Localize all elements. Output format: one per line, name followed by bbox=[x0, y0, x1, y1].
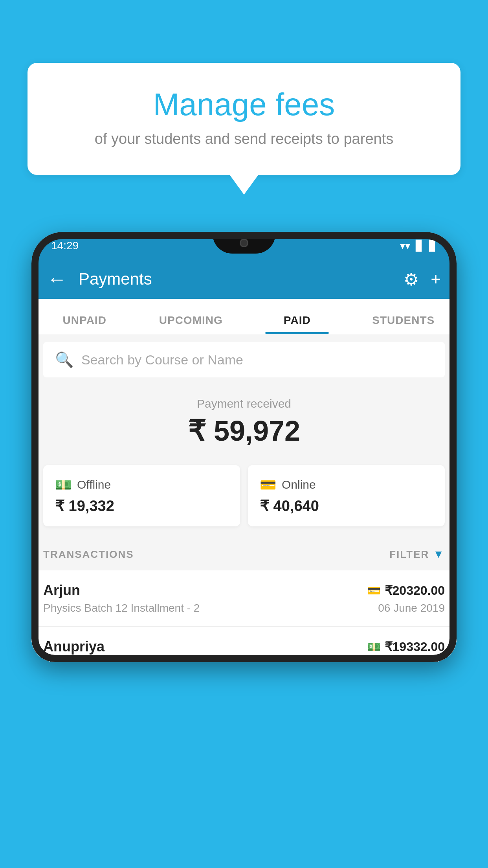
payment-cash-icon: 💵 bbox=[367, 640, 381, 653]
transaction-amount-2: 💵 ₹19332.00 bbox=[367, 639, 445, 654]
status-bar: 14:29 ▾▾ ▊ ▊ bbox=[31, 232, 457, 259]
search-placeholder: Search by Course or Name bbox=[81, 352, 243, 368]
student-name: Arjun bbox=[43, 582, 80, 599]
payment-cards: 💵 Offline ₹ 19,332 💳 Online ₹ 40,640 bbox=[31, 465, 457, 538]
phone-screen: 14:29 ▾▾ ▊ ▊ ← Payments ⚙ + bbox=[31, 232, 457, 662]
transaction-amount: 💳 ₹20320.00 bbox=[367, 583, 445, 598]
online-payment-card: 💳 Online ₹ 40,640 bbox=[248, 465, 445, 526]
filter-icon: ▼ bbox=[433, 548, 445, 561]
payment-card-icon: 💳 bbox=[367, 584, 381, 597]
online-icon: 💳 bbox=[260, 477, 276, 493]
search-icon: 🔍 bbox=[55, 351, 73, 368]
search-area: 🔍 Search by Course or Name bbox=[31, 334, 457, 385]
online-card-header: 💳 Online bbox=[260, 477, 433, 493]
amount-value-2: ₹19332.00 bbox=[385, 639, 445, 654]
online-amount: ₹ 40,640 bbox=[260, 497, 433, 515]
battery-icon: ▊ bbox=[429, 240, 437, 252]
signal-icon: ▊ bbox=[416, 240, 424, 252]
table-row[interactable]: Anupriya 💵 ₹19332.00 bbox=[31, 627, 457, 662]
payment-total-amount: ₹ 59,972 bbox=[43, 414, 445, 447]
transaction-bottom: Physics Batch 12 Installment - 2 06 June… bbox=[43, 602, 445, 614]
phone-container: 14:29 ▾▾ ▊ ▊ ← Payments ⚙ + bbox=[31, 232, 457, 868]
transactions-header: TRANSACTIONS FILTER ▼ bbox=[31, 538, 457, 570]
camera bbox=[240, 239, 248, 247]
filter-button[interactable]: FILTER ▼ bbox=[389, 548, 445, 561]
offline-label: Offline bbox=[77, 478, 111, 491]
tab-paid[interactable]: PAID bbox=[244, 314, 350, 334]
transactions-list: Arjun 💳 ₹20320.00 Physics Batch 12 Insta… bbox=[31, 570, 457, 662]
payment-received-label: Payment received bbox=[43, 397, 445, 410]
payment-summary: Payment received ₹ 59,972 bbox=[31, 385, 457, 465]
tab-upcoming[interactable]: UPCOMING bbox=[138, 314, 244, 334]
transactions-label: TRANSACTIONS bbox=[43, 548, 134, 561]
add-button[interactable]: + bbox=[431, 269, 441, 289]
phone-frame: 14:29 ▾▾ ▊ ▊ ← Payments ⚙ + bbox=[31, 232, 457, 662]
app-bar-actions: ⚙ + bbox=[404, 269, 441, 289]
wifi-icon: ▾▾ bbox=[400, 240, 410, 252]
status-icons: ▾▾ ▊ ▊ bbox=[400, 240, 437, 252]
tab-students[interactable]: STUDENTS bbox=[350, 314, 457, 334]
online-label: Online bbox=[282, 478, 316, 491]
app-bar: ← Payments ⚙ + bbox=[31, 259, 457, 299]
bubble-subtitle: of your students and send receipts to pa… bbox=[59, 131, 429, 147]
transaction-date: 06 June 2019 bbox=[378, 602, 445, 614]
offline-payment-card: 💵 Offline ₹ 19,332 bbox=[43, 465, 240, 526]
search-box[interactable]: 🔍 Search by Course or Name bbox=[43, 342, 445, 377]
offline-card-header: 💵 Offline bbox=[55, 477, 228, 493]
offline-icon: 💵 bbox=[55, 477, 72, 493]
course-detail: Physics Batch 12 Installment - 2 bbox=[43, 602, 200, 614]
bubble-title: Manage fees bbox=[59, 86, 429, 123]
transaction-top-2: Anupriya 💵 ₹19332.00 bbox=[43, 638, 445, 655]
speech-bubble-container: Manage fees of your students and send re… bbox=[28, 63, 460, 175]
settings-icon[interactable]: ⚙ bbox=[404, 269, 419, 289]
app-title: Payments bbox=[79, 270, 404, 289]
student-name-2: Anupriya bbox=[43, 638, 105, 655]
amount-value: ₹20320.00 bbox=[385, 583, 445, 598]
tabs: UNPAID UPCOMING PAID STUDENTS bbox=[31, 299, 457, 334]
back-button[interactable]: ← bbox=[47, 268, 67, 291]
tab-unpaid[interactable]: UNPAID bbox=[31, 314, 138, 334]
offline-amount: ₹ 19,332 bbox=[55, 497, 228, 515]
transaction-top: Arjun 💳 ₹20320.00 bbox=[43, 582, 445, 599]
filter-label: FILTER bbox=[389, 548, 429, 561]
notch bbox=[213, 232, 275, 254]
status-time: 14:29 bbox=[51, 239, 79, 252]
speech-bubble: Manage fees of your students and send re… bbox=[28, 63, 460, 175]
table-row[interactable]: Arjun 💳 ₹20320.00 Physics Batch 12 Insta… bbox=[31, 570, 457, 627]
